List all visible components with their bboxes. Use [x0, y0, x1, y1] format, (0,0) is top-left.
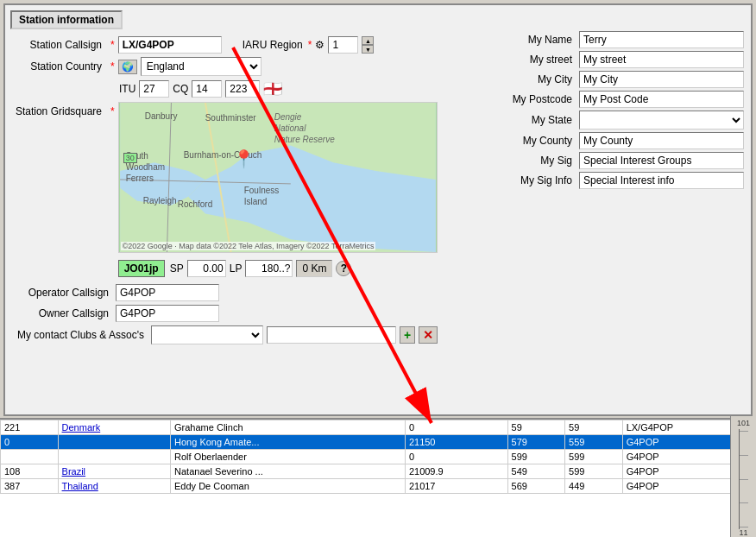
clubs-select[interactable] [151, 325, 263, 344]
iaru-label: IARU Region [243, 39, 303, 51]
my-county-label: My County [502, 135, 576, 147]
ruler-mark-11: 11 [739, 529, 747, 537]
table-cell-freq: 0 [405, 450, 507, 464]
table-cell-rst-rcvd: 599 [565, 464, 623, 479]
my-street-row: My street [502, 51, 744, 68]
my-county-input[interactable] [579, 132, 744, 149]
table-cell-freq: 21009.9 [405, 464, 507, 479]
my-sig-label: My Sig [502, 155, 576, 167]
itu-label: ITU [119, 83, 135, 95]
iaru-spinner[interactable]: ▲ ▼ [362, 36, 374, 54]
iaru-input[interactable] [328, 36, 358, 54]
my-sig-info-input[interactable] [579, 172, 744, 189]
my-sig-info-label: My Sig Info [502, 174, 576, 186]
flag-icon: 🏴󠁧󠁢󠁥󠁮󠁧󠁿 [263, 79, 282, 98]
my-name-row: My Name [502, 31, 744, 48]
my-street-label: My street [502, 54, 576, 66]
my-county-row: My County [502, 132, 744, 149]
map-label-rochford: Rochford [178, 199, 213, 209]
log-table-container[interactable]: 221 Denmark Grahame Clinch 0 59 59 LX/G4… [0, 420, 756, 537]
table-cell-country [58, 450, 170, 464]
operator-label: Operator Callsign [17, 287, 112, 299]
table-cell-rst-rcvd: 59 [565, 420, 623, 435]
my-street-input[interactable] [579, 51, 744, 68]
bottom-form: Operator Callsign Owner Callsign My cont… [17, 284, 746, 344]
table-cell-num: 0 [1, 435, 59, 450]
dist-display: 0 Km [296, 260, 332, 277]
table-cell-country[interactable]: Denmark [58, 420, 170, 435]
gridsquare-controls: JO01jp SP LP 0 Km ? [118, 260, 438, 277]
clubs-row: My contact Clubs & Assoc's + ✕ [17, 325, 746, 344]
table-cell-rst-sent: 599 [507, 450, 565, 464]
lp-label: LP [230, 262, 243, 275]
gridsquare-label: Station Gridsquare [10, 105, 105, 117]
my-sig-info-row: My Sig Info [502, 172, 744, 189]
gridsquare-badge: JO01jp [118, 260, 165, 277]
sp-input[interactable] [187, 260, 226, 277]
table-cell-rst-sent: 579 [507, 435, 565, 450]
callsign-input[interactable] [118, 36, 222, 54]
callsign-required: * [110, 39, 115, 51]
iaru-section: IARU Region * ⚙ ▲ ▼ [243, 36, 375, 54]
log-table: 221 Denmark Grahame Clinch 0 59 59 LX/G4… [0, 420, 756, 494]
my-name-input[interactable] [579, 31, 744, 48]
table-cell-num: 221 [1, 420, 59, 435]
log-table-section: 221 Denmark Grahame Clinch 0 59 59 LX/G4… [0, 418, 756, 537]
gear-icon[interactable]: ⚙ [315, 39, 324, 51]
table-cell-country [58, 435, 170, 450]
lp-input[interactable] [245, 260, 293, 277]
table-cell-operator: Rolf Oberlaender [171, 450, 406, 464]
my-postcode-row: My Postcode [502, 91, 744, 108]
owner-input[interactable] [116, 305, 219, 322]
map-label-30: 30 [123, 153, 137, 163]
sp-section: SP LP 0 Km ? [170, 260, 352, 277]
my-state-select[interactable] [579, 111, 744, 130]
zone-input[interactable] [225, 80, 260, 98]
my-sig-input[interactable] [579, 152, 744, 169]
my-postcode-input[interactable] [579, 91, 744, 108]
map-label-dengie: DengieNationalNature Reserve [274, 111, 335, 145]
map-copyright: ©2022 Google · Map data ©2022 Tele Atlas… [121, 242, 376, 250]
globe-button[interactable]: 🌍 [118, 60, 137, 74]
table-cell-rst-rcvd: 559 [565, 435, 623, 450]
my-city-input[interactable] [579, 71, 744, 88]
country-select[interactable]: England [141, 57, 261, 76]
help-button[interactable]: ? [336, 261, 351, 276]
map-label-southminster: Southminster [205, 113, 256, 123]
table-cell-country[interactable]: Brazil [58, 464, 170, 479]
map-label-danbury: Danbury [145, 111, 178, 121]
my-state-row: My State [502, 111, 744, 130]
map-pin: 📍 [233, 148, 255, 169]
table-cell-operator: Hong Kong Amate... [171, 435, 406, 450]
remove-club-button[interactable]: ✕ [419, 326, 438, 344]
table-cell-freq: 21017 [405, 479, 507, 494]
map-label-rayleigh: Rayleigh [143, 196, 177, 205]
map-container[interactable]: Danbury SouthWoodhamFerrers Southminster… [118, 102, 438, 253]
cq-label: CQ [173, 83, 188, 95]
iaru-up[interactable]: ▲ [362, 36, 374, 45]
add-club-button[interactable]: + [400, 326, 415, 344]
iaru-down[interactable]: ▼ [362, 45, 374, 54]
table-cell-rst-rcvd: 449 [565, 479, 623, 494]
owner-row: Owner Callsign [17, 305, 746, 322]
my-city-row: My City [502, 71, 744, 88]
map-label-foulness: FoulnessIsland [244, 185, 280, 207]
table-cell-freq: 0 [405, 420, 507, 435]
clubs-label: My contact Clubs & Assoc's [17, 329, 148, 341]
owner-label: Owner Callsign [17, 307, 112, 319]
itu-input[interactable] [139, 80, 169, 98]
cq-input[interactable] [192, 80, 222, 98]
sp-label: SP [170, 262, 184, 275]
table-cell-freq: 21150 [405, 435, 507, 450]
my-city-label: My City [502, 73, 576, 85]
clubs-input[interactable] [267, 326, 396, 344]
table-cell-operator: Eddy De Cooman [171, 479, 406, 494]
table-cell-rst-sent: 549 [507, 464, 565, 479]
operator-input[interactable] [116, 284, 219, 301]
my-state-label: My State [502, 114, 576, 126]
table-cell-country[interactable]: Thailand [58, 479, 170, 494]
callsign-label: Station Callsign [10, 39, 105, 51]
my-sig-row: My Sig [502, 152, 744, 169]
table-cell-rst-sent: 569 [507, 479, 565, 494]
table-cell-num: 108 [1, 464, 59, 479]
